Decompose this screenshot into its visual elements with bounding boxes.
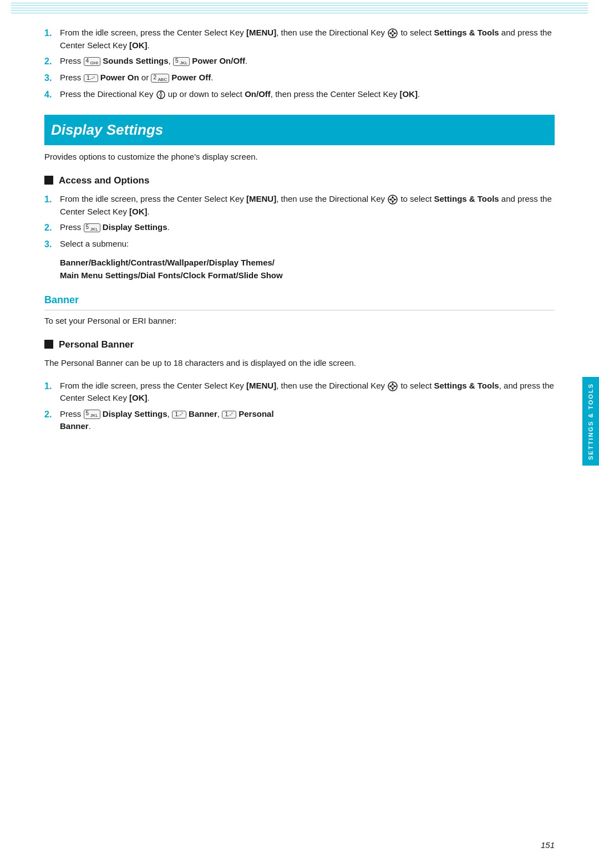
intro-step-1: 1. From the idle screen, press the Cente…: [44, 27, 555, 52]
ao-step-3: 3. Select a submenu:: [44, 238, 555, 251]
pb-step-number-2: 2.: [44, 408, 60, 421]
page-number: 151: [541, 839, 555, 852]
black-square-icon-2: [44, 340, 53, 349]
step-text-1: From the idle screen, press the Center S…: [60, 27, 555, 52]
step-number-3: 3.: [44, 72, 60, 85]
ao-step-number-1: 1.: [44, 193, 60, 206]
display-settings-subtext: Provides options to customize the phone'…: [44, 151, 555, 164]
directional-key-icon-4: [387, 381, 398, 392]
step-text-3: Press 1.-⁰ Power On or 2 ABC Power Off.: [60, 72, 555, 84]
svg-point-5: [392, 32, 394, 35]
key-4ghi: 4 GHI: [84, 57, 101, 67]
personal-banner-steps: 1. From the idle screen, press the Cente…: [44, 380, 555, 433]
svg-marker-19: [389, 385, 391, 387]
ao-step-1: 1. From the idle screen, press the Cente…: [44, 193, 555, 218]
access-options-steps: 1. From the idle screen, press the Cente…: [44, 193, 555, 251]
svg-marker-14: [394, 198, 397, 201]
personal-banner-description: The Personal Banner can be up to 18 char…: [44, 357, 555, 370]
top-decorative-lines: [0, 0, 599, 16]
step-number-1: 1.: [44, 27, 60, 40]
pb-step-text-1: From the idle screen, press the Center S…: [60, 380, 555, 405]
key-1-personal: 1.-⁰: [222, 411, 236, 418]
step-text-4: Press the Directional Key up or down to …: [60, 88, 555, 101]
svg-marker-4: [394, 32, 397, 34]
ao-step-number-2: 2.: [44, 221, 60, 234]
banner-heading: Banner: [44, 293, 555, 310]
key-2abc: 2 ABC: [151, 74, 169, 83]
intro-steps-list: 1. From the idle screen, press the Cente…: [44, 27, 555, 101]
svg-marker-13: [389, 198, 391, 201]
ao-step-text-3: Select a submenu:: [60, 238, 555, 251]
display-settings-heading: Display Settings: [44, 115, 555, 145]
step-number-2: 2.: [44, 55, 60, 68]
svg-marker-11: [392, 196, 394, 198]
ao-step-number-3: 3.: [44, 238, 60, 251]
intro-step-2: 2. Press 4 GHI Sounds Settings, 5 JKL Po…: [44, 55, 555, 68]
ao-step-text-2: Press 5 JKL Display Settings.: [60, 221, 555, 234]
svg-marker-12: [392, 201, 394, 203]
intro-step-3: 3. Press 1.-⁰ Power On or 2 ABC Power Of…: [44, 72, 555, 85]
key-5jkl-display: 5 JKL: [84, 223, 100, 233]
access-options-title: Access and Options: [44, 173, 555, 188]
side-tab-label: SETTINGS & TOOLS: [586, 383, 596, 460]
content-area: 1. From the idle screen, press the Cente…: [0, 16, 599, 461]
pb-step-number-1: 1.: [44, 380, 60, 393]
side-tab: SETTINGS & TOOLS: [582, 377, 599, 466]
black-square-icon-1: [44, 176, 53, 185]
svg-marker-3: [389, 32, 391, 34]
key-1-banner: 1.-⁰: [172, 411, 186, 418]
ao-step-text-1: From the idle screen, press the Center S…: [60, 193, 555, 218]
key-1-power-on: 1.-⁰: [84, 74, 98, 82]
svg-marker-20: [394, 385, 397, 387]
svg-point-21: [392, 385, 394, 387]
svg-marker-18: [392, 388, 394, 390]
key-5jkl-pb: 5 JKL: [84, 410, 100, 419]
svg-marker-2: [392, 35, 394, 37]
page-container: 1. From the idle screen, press the Cente…: [0, 0, 599, 868]
svg-point-15: [392, 198, 394, 201]
personal-banner-title: Personal Banner: [44, 338, 555, 352]
intro-step-4: 4. Press the Directional Key up or down …: [44, 88, 555, 101]
ao-step-2: 2. Press 5 JKL Display Settings.: [44, 221, 555, 234]
pb-step-2: 2. Press 5 JKL Display Settings, 1.-⁰ Ba…: [44, 408, 555, 433]
step-text-2: Press 4 GHI Sounds Settings, 5 JKL Power…: [60, 55, 555, 68]
step-number-4: 4.: [44, 88, 60, 101]
directional-key-icon-3: [387, 194, 398, 205]
svg-marker-1: [392, 29, 394, 32]
pb-step-text-2: Press 5 JKL Display Settings, 1.-⁰ Banne…: [60, 408, 555, 433]
pb-step-1: 1. From the idle screen, press the Cente…: [44, 380, 555, 405]
svg-point-9: [160, 94, 162, 96]
banner-subtext: To set your Personal or ERI banner:: [44, 315, 555, 328]
directional-key-icon-2: [156, 90, 166, 100]
submenu-text: Banner/Backlight/Contrast/Wallpaper/Disp…: [60, 257, 555, 282]
directional-key-icon-1: [387, 28, 398, 39]
svg-marker-17: [392, 382, 394, 385]
key-5jkl: 5 JKL: [173, 57, 190, 67]
